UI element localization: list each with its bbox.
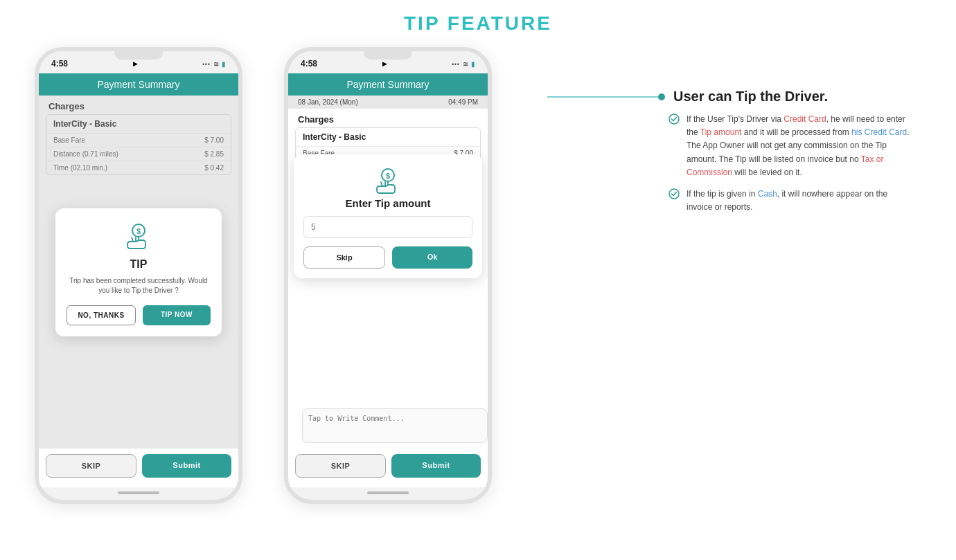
phone1-time: 4:58	[51, 59, 68, 69]
phone2-location-icon: ▶	[382, 60, 387, 67]
highlight-tip-amount: Tip amount	[700, 127, 742, 137]
svg-text:$: $	[386, 172, 390, 180]
phones-container: 4:58 ▶ ▪▪▪ ≋ ▮ Payment Summary Charges I…	[35, 47, 492, 504]
phone1-skip-button[interactable]: SKIP	[46, 454, 136, 478]
phone2-footer: SKIP Submit	[288, 449, 488, 487]
phone1-modal-subtitle: Trip has been completed successfully. Wo…	[67, 276, 211, 296]
check-icon-2	[669, 188, 681, 201]
phone2-status-icons: ▪▪▪ ≋ ▮	[452, 60, 475, 68]
main-content: 4:58 ▶ ▪▪▪ ≋ ▮ Payment Summary Charges I…	[0, 47, 956, 504]
phone1-tip-icon: $	[123, 222, 154, 253]
phone2-home-indicator	[367, 491, 409, 494]
highlight-cash: Cash	[758, 189, 777, 199]
phone2-navbar-title: Payment Summary	[346, 79, 429, 90]
bullet-item-2: If the tip is given in Cash, it will now…	[669, 188, 914, 214]
phone1-signal-icon: ▪▪▪	[202, 61, 211, 67]
highlight-credit-card: Credit Card	[784, 114, 826, 124]
tip-amount-input[interactable]	[303, 216, 472, 238]
tip-now-button[interactable]: TIP NOW	[143, 305, 211, 325]
phone1-notch	[114, 51, 163, 60]
svg-text:$: $	[136, 227, 141, 235]
no-thanks-button[interactable]: NO, THANKS	[67, 305, 136, 325]
phone1-battery-icon: ▮	[222, 60, 226, 68]
connector-line	[547, 96, 658, 98]
ok-modal-button[interactable]: Ok	[392, 246, 472, 269]
highlight-his-card: his Credit Card	[851, 127, 907, 137]
phone2-wifi-icon: ≋	[463, 60, 468, 68]
connector-row: User can Tip the Driver.	[547, 89, 914, 105]
phone2-charges-header: Charges	[288, 109, 488, 127]
phone1-navbar: Payment Summary	[39, 73, 238, 96]
phone1-location-icon: ▶	[133, 60, 138, 67]
svg-point-11	[669, 189, 679, 199]
phone2-skip-button[interactable]: SKIP	[295, 454, 386, 478]
phone2-submit-button[interactable]: Submit	[391, 454, 481, 478]
info-section: User can Tip the Driver. If the User Tip…	[492, 47, 935, 222]
phone1-footer: SKIP Submit	[39, 449, 238, 487]
phone2-service-title: InterCity - Basic	[296, 128, 480, 147]
phone2-date-row: 08 Jan, 2024 (Mon) 04:49 PM	[288, 96, 488, 109]
phone2-notch	[364, 51, 412, 60]
phone1-modal-overlay: $ TIP Trip has been completed successful…	[39, 96, 238, 449]
bullet-text-1: If the User Tip's Driver via Credit Card…	[687, 113, 914, 179]
phone2-navbar: Payment Summary	[288, 73, 488, 96]
connector-dot	[658, 93, 665, 100]
phone1: 4:58 ▶ ▪▪▪ ≋ ▮ Payment Summary Charges I…	[35, 47, 242, 504]
phone1-body: Charges InterCity - Basic Base Fare $ 7.…	[39, 96, 238, 449]
phone1-wifi-icon: ≋	[213, 60, 219, 68]
phone1-modal-buttons: NO, THANKS TIP NOW	[67, 305, 211, 325]
comment-textarea[interactable]	[302, 408, 488, 443]
phone2-enter-tip-modal: $ Enter Tip amount Skip Ok	[294, 154, 482, 278]
main-info-text: User can Tip the Driver.	[673, 89, 828, 105]
skip-modal-button[interactable]: Skip	[303, 246, 385, 269]
phone2-date: 08 Jan, 2024 (Mon)	[298, 98, 358, 106]
phone2-timestamp: 04:49 PM	[448, 98, 478, 106]
bullets-container: If the User Tip's Driver via Credit Card…	[669, 113, 914, 222]
phone1-submit-button[interactable]: Submit	[142, 454, 231, 478]
phone1-navbar-title: Payment Summary	[97, 79, 179, 90]
phone2-body: 08 Jan, 2024 (Mon) 04:49 PM Charges Inte…	[288, 96, 488, 449]
phone2-time: 4:58	[301, 59, 317, 69]
phone2: 4:58 ▶ ▪▪▪ ≋ ▮ Payment Summary 08 Jan, 2…	[284, 47, 492, 504]
phone2-signal-icon: ▪▪▪	[452, 61, 460, 67]
phone2-enter-tip-title: Enter Tip amount	[345, 197, 430, 209]
enter-tip-buttons: Skip Ok	[303, 246, 472, 269]
phone1-modal-title: TIP	[130, 258, 148, 271]
page-title: TIP FEATURE	[404, 12, 552, 35]
check-icon-1	[669, 114, 681, 127]
phone1-modal: $ TIP Trip has been completed successful…	[55, 208, 222, 336]
phone2-battery-icon: ▮	[471, 60, 475, 68]
phone2-tip-icon: $	[373, 167, 403, 197]
highlight-tax: Tax or Commission	[687, 154, 883, 177]
bullet-text-2: If the tip is given in Cash, it will now…	[687, 188, 914, 214]
bullet-item-1: If the User Tip's Driver via Credit Card…	[669, 113, 914, 179]
phone1-status-icons: ▪▪▪ ≋ ▮	[202, 60, 226, 68]
svg-point-10	[669, 114, 679, 124]
phone1-home-indicator	[118, 491, 159, 494]
